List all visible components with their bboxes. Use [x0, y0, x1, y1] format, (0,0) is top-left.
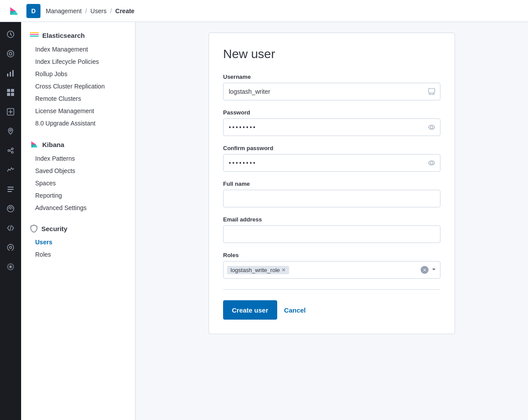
svg-point-20: [10, 208, 11, 210]
username-icon: [428, 88, 435, 95]
confirm-password-input-wrapper: [223, 154, 440, 172]
sidebar-item-spaces[interactable]: Spaces: [21, 177, 135, 189]
top-nav: D Management / Users / Create: [0, 0, 528, 22]
nav-monitoring-icon[interactable]: [2, 239, 19, 256]
sidebar-section-elasticsearch: Elasticsearch Index Management Index Lif…: [21, 31, 135, 129]
sidebar-item-rollup-jobs[interactable]: Rollup Jobs: [21, 68, 135, 80]
content-sidebar: Elasticsearch Index Management Index Lif…: [21, 22, 136, 420]
roles-clear-icon[interactable]: ✕: [421, 266, 429, 274]
svg-point-28: [430, 162, 433, 164]
svg-point-22: [10, 266, 11, 268]
icon-sidebar: [0, 22, 21, 420]
elasticsearch-section-header: Elasticsearch: [21, 31, 135, 43]
email-input-wrapper: [223, 225, 440, 243]
kibana-title: Kibana: [42, 141, 64, 148]
svg-rect-4: [7, 74, 8, 77]
user-avatar[interactable]: D: [26, 4, 40, 18]
confirm-password-input[interactable]: [223, 154, 440, 172]
svg-point-2: [7, 51, 14, 57]
sidebar-section-security: Security Users Roles: [21, 225, 135, 261]
sidebar-item-users[interactable]: Users: [21, 236, 135, 248]
password-label: Password: [223, 109, 440, 116]
form-actions: Create user Cancel: [223, 300, 440, 320]
roles-dropdown-icon[interactable]: [431, 266, 436, 274]
password-group: Password: [223, 109, 440, 136]
svg-rect-5: [10, 72, 11, 77]
email-input[interactable]: [223, 225, 440, 243]
nav-maps-icon[interactable]: [2, 122, 19, 140]
svg-rect-18: [7, 191, 12, 192]
svg-rect-25: [30, 32, 39, 33]
svg-rect-16: [7, 187, 14, 188]
sidebar-item-index-lifecycle[interactable]: Index Lifecycle Policies: [21, 55, 135, 68]
svg-rect-23: [30, 34, 39, 35]
sidebar-item-saved-objects[interactable]: Saved Objects: [21, 165, 135, 177]
nav-apm-icon[interactable]: [2, 200, 19, 217]
nav-dev-tools-icon[interactable]: [2, 219, 19, 237]
sidebar-item-upgrade-assistant[interactable]: 8.0 Upgrade Assistant: [21, 117, 135, 129]
svg-point-13: [8, 150, 10, 151]
main-layout: Elasticsearch Index Management Index Lif…: [0, 22, 528, 420]
nav-uptime-icon[interactable]: [2, 161, 19, 179]
nav-management-icon[interactable]: [2, 258, 19, 276]
sidebar-item-index-patterns[interactable]: Index Patterns: [21, 152, 135, 165]
svg-point-21: [10, 247, 12, 249]
main-content: New user Username Password: [136, 22, 528, 420]
breadcrumb-management[interactable]: Management: [46, 7, 82, 15]
svg-point-12: [10, 129, 11, 131]
fullname-input-wrapper: [223, 190, 440, 207]
username-group: Username: [223, 74, 440, 100]
svg-point-15: [11, 151, 13, 153]
create-user-button[interactable]: Create user: [223, 300, 277, 320]
role-tag-close-icon[interactable]: ✕: [282, 267, 286, 273]
svg-rect-9: [7, 93, 10, 96]
username-label: Username: [223, 74, 440, 80]
sidebar-item-license-management[interactable]: License Management: [21, 105, 135, 117]
confirm-password-toggle-icon[interactable]: [428, 159, 435, 166]
svg-rect-10: [11, 93, 14, 96]
roles-group: Roles logstash_write_role ✕ ✕: [223, 252, 440, 279]
sidebar-item-index-management[interactable]: Index Management: [21, 43, 135, 55]
roles-input-wrapper[interactable]: logstash_write_role ✕ ✕: [223, 261, 440, 279]
sidebar-item-remote-clusters[interactable]: Remote Clusters: [21, 92, 135, 105]
roles-input-controls: ✕: [421, 266, 436, 274]
sidebar-item-roles[interactable]: Roles: [21, 248, 135, 261]
email-group: Email address: [223, 216, 440, 243]
breadcrumb: Management / Users / Create: [46, 7, 135, 15]
role-tag-logstash: logstash_write_role ✕: [227, 266, 289, 274]
form-divider: [223, 289, 440, 290]
breadcrumb-sep-2: /: [110, 7, 112, 15]
security-title: Security: [41, 225, 67, 232]
nav-canvas-icon[interactable]: [2, 103, 19, 121]
username-input[interactable]: [223, 83, 440, 100]
password-input[interactable]: [223, 118, 440, 136]
elasticsearch-icon: [30, 31, 39, 40]
svg-point-14: [11, 148, 13, 150]
nav-logs-icon[interactable]: [2, 181, 19, 198]
nav-visualize-icon[interactable]: [2, 64, 19, 82]
svg-rect-17: [7, 189, 14, 190]
new-user-form-card: New user Username Password: [209, 33, 455, 334]
password-toggle-icon[interactable]: [428, 124, 435, 131]
svg-rect-26: [429, 88, 435, 93]
fullname-label: Full name: [223, 181, 440, 187]
svg-rect-8: [11, 89, 14, 92]
username-input-wrapper: [223, 83, 440, 100]
sidebar-item-reporting[interactable]: Reporting: [21, 189, 135, 202]
breadcrumb-sep-1: /: [85, 7, 87, 15]
confirm-password-label: Confirm password: [223, 145, 440, 151]
svg-rect-6: [12, 70, 14, 77]
nav-dashboard-icon[interactable]: [2, 84, 19, 101]
sidebar-item-advanced-settings[interactable]: Advanced Settings: [21, 202, 135, 214]
nav-recent-icon[interactable]: [2, 26, 19, 43]
svg-point-3: [9, 52, 12, 55]
fullname-input[interactable]: [223, 190, 440, 207]
kibana-section-icon: [30, 140, 39, 149]
breadcrumb-users[interactable]: Users: [91, 7, 107, 15]
kibana-section-header: Kibana: [21, 140, 135, 152]
nav-ml-icon[interactable]: [2, 142, 19, 159]
sidebar-item-cross-cluster[interactable]: Cross Cluster Replication: [21, 80, 135, 92]
nav-discover-icon[interactable]: [2, 45, 19, 63]
cancel-button[interactable]: Cancel: [284, 306, 306, 314]
elasticsearch-title: Elasticsearch: [42, 32, 85, 39]
